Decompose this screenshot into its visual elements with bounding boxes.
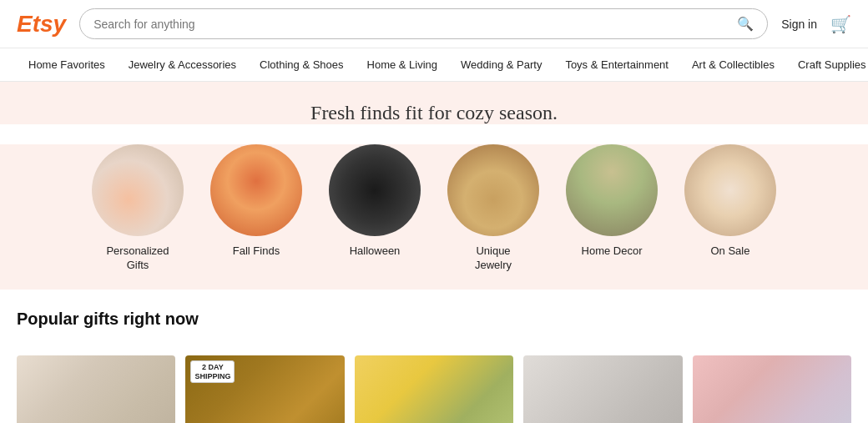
category-personalized-image <box>92 144 184 236</box>
search-bar: 🔍 <box>79 8 768 39</box>
category-jewelry-label: UniqueJewelry <box>475 244 512 273</box>
etsy-logo[interactable]: Etsy <box>17 11 66 38</box>
popular-title: Popular gifts right now <box>17 310 851 329</box>
nav-jewelry[interactable]: Jewelry & Accessories <box>117 48 248 81</box>
category-onsale-label: On Sale <box>711 244 750 259</box>
category-home-decor[interactable]: Home Decor <box>566 144 658 273</box>
category-personalized-gifts[interactable]: PersonalizedGifts <box>92 144 184 273</box>
category-fall-label: Fall Finds <box>233 244 280 259</box>
header: Etsy 🔍 Sign in 🛒 <box>0 0 868 48</box>
category-homedecor-image <box>566 144 658 236</box>
nav-home-favorites[interactable]: Home Favorites <box>17 48 117 81</box>
nav-wedding[interactable]: Wedding & Party <box>449 48 553 81</box>
nav-art[interactable]: Art & Collectibles <box>680 48 786 81</box>
product-image-4: ▶ <box>693 355 851 423</box>
nav-clothing[interactable]: Clothing & Shoes <box>248 48 355 81</box>
category-homedecor-label: Home Decor <box>582 244 643 259</box>
cart-icon[interactable]: 🛒 <box>830 14 851 34</box>
category-halloween-label: Halloween <box>350 244 401 259</box>
product-image-0: ▶ <box>17 355 175 423</box>
hero-banner: Fresh finds fit for cozy season. <box>0 82 868 124</box>
nav-home-living[interactable]: Home & Living <box>356 48 450 81</box>
product-image-1: 2 DAYSHIPPING <box>185 355 344 423</box>
product-grid: ▶ Custom Engraved Marble Wood Coasters |… <box>0 355 868 423</box>
category-personalized-label: PersonalizedGifts <box>106 244 169 273</box>
nav-craft[interactable]: Craft Supplies <box>786 48 868 81</box>
sign-in-link[interactable]: Sign in <box>781 18 817 31</box>
category-halloween[interactable]: Halloween <box>329 144 421 273</box>
popular-section: Popular gifts right now <box>0 290 868 355</box>
main-nav: Home Favorites Jewelry & Accessories Clo… <box>0 48 868 82</box>
product-image-2 <box>355 355 513 423</box>
category-onsale-image <box>684 144 776 236</box>
category-fall-finds[interactable]: Fall Finds <box>210 144 302 273</box>
search-button[interactable]: 🔍 <box>737 16 754 32</box>
nav-toys[interactable]: Toys & Entertainment <box>553 48 680 81</box>
product-card-2[interactable]: Thinking of You - Succulent Gift Box - M… <box>355 355 513 423</box>
category-on-sale[interactable]: On Sale <box>684 144 776 273</box>
category-jewelry-image <box>447 144 539 236</box>
shipping-badge-1: 2 DAYSHIPPING <box>190 360 235 384</box>
header-actions: Sign in 🛒 <box>781 14 851 34</box>
hero-title: Fresh finds fit for cozy season. <box>17 102 851 124</box>
search-input[interactable] <box>93 18 737 31</box>
product-card-3[interactable]: TOP SELLER - From the Library of Book Em… <box>523 355 682 423</box>
category-fall-image <box>210 144 302 236</box>
product-image-3 <box>523 355 682 423</box>
product-card-0[interactable]: ▶ Custom Engraved Marble Wood Coasters |… <box>17 355 175 423</box>
product-card-1[interactable]: 2 DAYSHIPPING Personalized Cutting Board… <box>185 355 344 423</box>
category-unique-jewelry[interactable]: UniqueJewelry <box>447 144 539 273</box>
categories-row: PersonalizedGifts Fall Finds Halloween U… <box>0 144 868 290</box>
product-card-4[interactable]: ▶ Birth Flower Birthday Gift Box, Person… <box>693 355 851 423</box>
category-halloween-image <box>329 144 421 236</box>
